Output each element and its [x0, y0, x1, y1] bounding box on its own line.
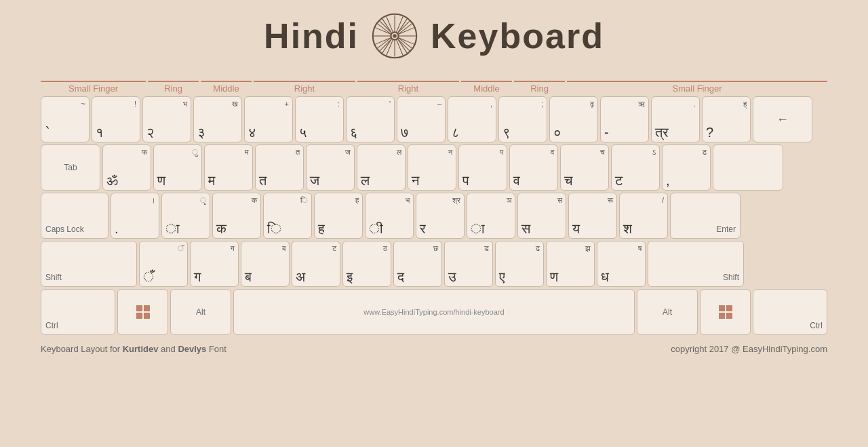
windows-icon	[135, 304, 151, 320]
key-tab[interactable]: Tab	[41, 144, 100, 191]
key-l[interactable]: स स	[517, 193, 566, 239]
key-quote[interactable]: / श	[619, 193, 668, 239]
row-bottom: Ctrl Alt www.EasyHindiTyping.com/hindi-k…	[41, 289, 827, 335]
key-enter-stub[interactable]	[713, 144, 783, 191]
key-u[interactable]: न न	[408, 144, 456, 191]
key-bracketr[interactable]: ढ ,	[662, 144, 711, 191]
windows-icon-right	[717, 304, 734, 320]
key-m[interactable]: ड उ	[444, 241, 493, 287]
finger-label-ring-left: Ring	[148, 81, 199, 94]
footer-left: Keyboard Layout for Kurtidev and Devlys …	[41, 344, 226, 354]
finger-label-right-2: Right	[357, 81, 459, 94]
key-x[interactable]: ग ग	[190, 241, 239, 287]
key-5[interactable]: : ५	[295, 96, 344, 142]
key-4[interactable]: + ४	[244, 96, 293, 142]
key-win-left[interactable]	[117, 289, 168, 335]
key-q[interactable]: फ ॐ	[102, 144, 151, 191]
finger-label-small-finger-right: Small Finger	[567, 81, 827, 94]
key-minus[interactable]: ऋ -	[600, 96, 649, 142]
key-9[interactable]: ; ९	[498, 96, 547, 142]
row-number: ~ ˋ ! १ भ २ ख ३ + ४ : ५ ' ६ – ७	[41, 96, 827, 142]
key-caps-lock[interactable]: Caps Lock	[41, 193, 108, 239]
key-p[interactable]: च च	[560, 144, 609, 191]
key-b[interactable]: ठ इ	[342, 241, 391, 287]
keyboard-container: Small Finger Ring Middle Right Right Mid…	[41, 73, 827, 337]
key-2[interactable]: भ २	[142, 96, 191, 142]
svg-rect-31	[719, 305, 725, 311]
svg-rect-34	[726, 313, 732, 319]
svg-rect-30	[144, 313, 150, 319]
title-right: Keyboard	[431, 16, 604, 56]
key-comma[interactable]: ढ ए	[495, 241, 544, 287]
row-qwerty: Tab फ ॐ ु ण म म त त ज ज ल ल न न	[41, 144, 827, 191]
key-enter[interactable]: Enter	[670, 193, 741, 239]
key-space[interactable]: www.EasyHindiTyping.com/hindi-keyboard	[233, 289, 635, 335]
key-v[interactable]: ट अ	[292, 241, 340, 287]
svg-rect-27	[136, 305, 142, 311]
key-n[interactable]: छ द	[393, 241, 442, 287]
key-g[interactable]: ह ह	[314, 193, 363, 239]
key-j[interactable]: श्र र	[416, 193, 465, 239]
key-backspace[interactable]: ←	[753, 96, 812, 142]
key-6[interactable]: ' ६	[346, 96, 395, 142]
row-asdf: Caps Lock । . ृ ा क क ि ि ह ह भ ी श्र र	[41, 193, 827, 239]
key-o[interactable]: व व	[509, 144, 558, 191]
key-bracket[interactable]: ह् ?	[702, 96, 751, 142]
key-equal[interactable]: . त्र	[651, 96, 700, 142]
key-t[interactable]: ज ज	[306, 144, 355, 191]
row-zxcv: Shift ॅ ँ ग ग ब ब ट अ ठ इ छ द ड उ	[41, 241, 827, 287]
key-8[interactable]: , ८	[448, 96, 496, 142]
key-backtick[interactable]: ~ ˋ	[41, 96, 90, 142]
key-k[interactable]: ञ ा	[467, 193, 515, 239]
key-slash[interactable]: ष ध	[597, 241, 646, 287]
key-ctrl-left[interactable]: Ctrl	[41, 289, 115, 335]
finger-label-small-finger-left: Small Finger	[41, 81, 146, 94]
key-c[interactable]: ब ब	[241, 241, 290, 287]
key-shift-right[interactable]: Shift	[648, 241, 744, 287]
title-bar: Hindi	[264, 12, 604, 60]
key-1[interactable]: ! १	[92, 96, 140, 142]
svg-rect-33	[719, 313, 725, 319]
key-d[interactable]: क क	[212, 193, 261, 239]
key-win-right[interactable]	[700, 289, 751, 335]
key-s[interactable]: ृ ा	[161, 193, 210, 239]
footer-right: copyright 2017 @ EasyHindiTyping.com	[671, 344, 827, 354]
svg-rect-28	[144, 305, 150, 311]
key-3[interactable]: ख ३	[193, 96, 242, 142]
title-left: Hindi	[264, 16, 359, 56]
finger-labels-row: Small Finger Ring Middle Right Right Mid…	[41, 73, 827, 94]
finger-label-middle-left: Middle	[201, 81, 252, 94]
svg-point-2	[393, 34, 397, 38]
ashoka-wheel-icon	[371, 12, 418, 60]
key-alt-left[interactable]: Alt	[170, 289, 231, 335]
key-period[interactable]: झ ण	[546, 241, 595, 287]
key-e[interactable]: म म	[204, 144, 253, 191]
key-z[interactable]: ॅ ँ	[139, 241, 188, 287]
key-i[interactable]: प प	[458, 144, 507, 191]
svg-rect-29	[136, 313, 142, 319]
finger-label-ring-right: Ring	[514, 81, 565, 94]
svg-rect-32	[726, 305, 732, 311]
key-shift-left[interactable]: Shift	[41, 241, 137, 287]
finger-label-middle-right: Middle	[461, 81, 512, 94]
key-7[interactable]: – ७	[397, 96, 446, 142]
key-w[interactable]: ु ण	[153, 144, 202, 191]
key-h[interactable]: भ ी	[365, 193, 414, 239]
key-ctrl-right[interactable]: Ctrl	[753, 289, 827, 335]
key-semicolon[interactable]: रू य	[568, 193, 617, 239]
key-bracketl[interactable]: ऽ ट	[611, 144, 660, 191]
footer: Keyboard Layout for Kurtidev and Devlys …	[41, 344, 827, 354]
key-r[interactable]: त त	[255, 144, 304, 191]
key-y[interactable]: ल ल	[357, 144, 406, 191]
key-0[interactable]: ढ़ ०	[549, 96, 598, 142]
key-a[interactable]: । .	[111, 193, 159, 239]
finger-label-right-1: Right	[254, 81, 355, 94]
key-f[interactable]: ि ि	[263, 193, 312, 239]
key-alt-right[interactable]: Alt	[637, 289, 698, 335]
